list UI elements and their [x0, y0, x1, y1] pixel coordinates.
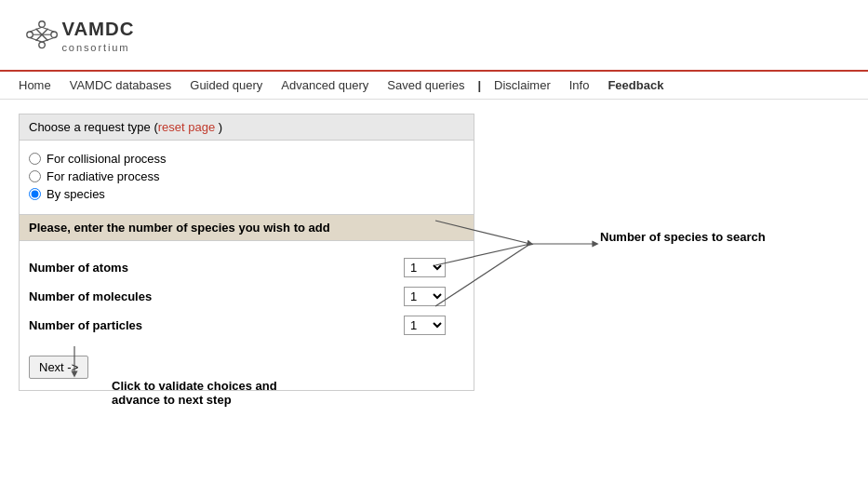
- radio-species-input[interactable]: [29, 188, 41, 200]
- svg-point-1: [27, 32, 33, 38]
- radio-radiative: For radiative process: [29, 169, 464, 183]
- molecules-label: Number of molecules: [29, 289, 215, 303]
- panel1-header-text: Choose a request type (: [29, 120, 158, 134]
- logo-area: VAMDC consortium: [0, 0, 868, 70]
- species-count-body: Number of atoms 12345 Number of molecule…: [20, 241, 474, 390]
- annotation-right: Number of species to search: [600, 230, 766, 244]
- molecules-row: Number of molecules 12345: [29, 287, 464, 306]
- nav-disclaimer[interactable]: Disclaimer: [485, 75, 560, 95]
- nav-separator: |: [474, 78, 485, 92]
- particles-row: Number of particles 12345: [29, 316, 464, 335]
- molecules-select[interactable]: 12345: [404, 287, 446, 306]
- radio-species-label: By species: [47, 187, 105, 201]
- nav-home[interactable]: Home: [9, 75, 60, 95]
- svg-point-3: [39, 42, 46, 48]
- nav-feedback[interactable]: Feedback: [598, 75, 673, 95]
- nav-guided-query[interactable]: Guided query: [180, 75, 272, 95]
- svg-point-0: [39, 21, 46, 28]
- radio-radiative-label: For radiative process: [47, 169, 159, 183]
- svg-point-2: [51, 32, 58, 38]
- nav-vamdc-databases[interactable]: VAMDC databases: [60, 75, 181, 95]
- next-button[interactable]: Next ->: [29, 356, 88, 379]
- navbar: Home VAMDC databases Guided query Advanc…: [0, 70, 868, 100]
- nav-saved-queries[interactable]: Saved queries: [378, 75, 474, 95]
- nav-advanced-query[interactable]: Advanced query: [272, 75, 378, 95]
- reset-page-link[interactable]: reset page: [158, 120, 215, 134]
- vamdc-logo: VAMDC consortium: [19, 9, 140, 65]
- species-count-panel: Please, enter the number of species you …: [19, 215, 474, 391]
- radio-collisional: For collisional process: [29, 152, 464, 166]
- main-content: Choose a request type (reset page ) For …: [0, 100, 868, 405]
- atoms-select[interactable]: 12345: [404, 258, 446, 277]
- particles-label: Number of particles: [29, 318, 215, 332]
- radio-radiative-input[interactable]: [29, 170, 41, 182]
- atoms-label: Number of atoms: [29, 261, 215, 275]
- svg-text:consortium: consortium: [61, 42, 129, 53]
- radio-collisional-input[interactable]: [29, 153, 41, 165]
- atoms-row: Number of atoms 12345: [29, 258, 464, 277]
- svg-text:VAMDC: VAMDC: [61, 19, 134, 39]
- request-type-panel: Choose a request type (reset page ) For …: [19, 114, 474, 215]
- particles-select[interactable]: 12345: [404, 316, 446, 335]
- request-type-header: Choose a request type (reset page ): [20, 114, 474, 141]
- panel1-header-end: ): [215, 120, 222, 134]
- radio-species: By species: [29, 187, 464, 201]
- radio-collisional-label: For collisional process: [47, 152, 167, 166]
- request-type-body: For collisional process For radiative pr…: [20, 141, 474, 214]
- species-count-header: Please, enter the number of species you …: [20, 215, 474, 241]
- nav-info[interactable]: Info: [560, 75, 599, 95]
